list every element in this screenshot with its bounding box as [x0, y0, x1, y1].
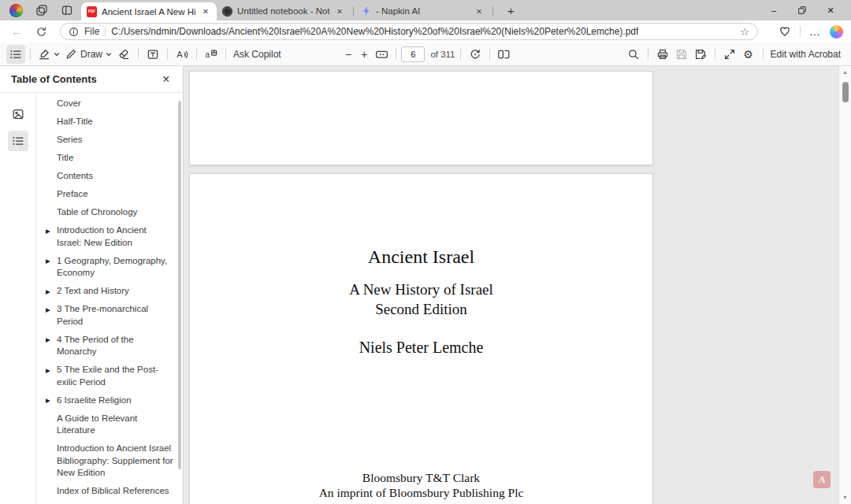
document-author: Niels Peter Lemche — [190, 339, 652, 357]
expand-arrow-icon[interactable]: ▶ — [46, 285, 57, 298]
pen-icon — [65, 48, 77, 61]
add-text-button[interactable] — [143, 45, 162, 64]
minimize-button[interactable]: – — [760, 1, 788, 20]
toc-list-icon — [12, 135, 24, 147]
toolbar-separator — [460, 48, 461, 60]
toc-item[interactable]: ▶ Introduction to Ancient Israel: New Ed… — [46, 224, 173, 249]
toc-item[interactable]: Introduction to Ancient Israel Bibliogra… — [46, 443, 173, 480]
expand-arrow-icon[interactable] — [46, 206, 57, 219]
expand-arrow-icon[interactable] — [46, 170, 57, 183]
copilot-icon[interactable] — [830, 25, 843, 39]
toc-item[interactable]: ▶ 5 The Exile and the Post-exilic Period — [46, 364, 173, 388]
expand-arrow-icon[interactable] — [46, 485, 57, 498]
rotate-icon — [469, 48, 481, 61]
toolbar-separator — [648, 48, 648, 60]
expand-arrow-icon[interactable] — [46, 116, 57, 128]
toc-item[interactable]: ▶ 3 The Pre-monarchical Period — [46, 303, 173, 328]
toc-item[interactable]: Contents — [46, 170, 173, 183]
print-button[interactable] — [653, 45, 672, 64]
toc-item-label: Half-Title — [57, 116, 173, 128]
table-of-contents-button[interactable] — [6, 45, 25, 64]
toc-item[interactable]: Preface — [46, 188, 173, 201]
back-icon[interactable]: ← — [11, 25, 22, 38]
expand-arrow-icon[interactable]: ▶ — [46, 255, 57, 280]
scroll-down-icon[interactable]: ▼ — [839, 495, 851, 500]
ask-copilot-button[interactable]: Ask Copilot — [231, 45, 284, 64]
toc-item[interactable]: Half-Title — [46, 116, 173, 128]
address-bar[interactable]: File C:/Users/ndmin/Downloads/Ancient%20… — [60, 23, 758, 40]
page-view-button[interactable] — [495, 45, 514, 64]
tab-notebooklm[interactable]: Untitled notebook - NotebookLM ✕ — [217, 3, 351, 19]
expand-arrow-icon[interactable] — [46, 413, 57, 437]
expand-arrow-icon[interactable]: ▶ — [46, 395, 57, 407]
scrollbar-thumb[interactable] — [842, 82, 849, 102]
toc-item[interactable]: A Guide to Relevant Literature — [46, 413, 173, 437]
translate-button[interactable]: a — [202, 45, 221, 64]
highlight-button[interactable] — [35, 45, 62, 64]
close-sidebar-icon[interactable]: ✕ — [159, 72, 173, 87]
save-as-button[interactable] — [691, 45, 710, 64]
settings-menu-icon[interactable]: … — [809, 25, 821, 38]
close-tab-icon[interactable]: ✕ — [474, 6, 485, 17]
toc-item-label: Preface — [57, 188, 173, 201]
expand-arrow-icon[interactable] — [46, 134, 57, 146]
toc-item[interactable]: ▶ 2 Text and History — [46, 285, 173, 298]
favorites-star-icon[interactable]: ☆ — [740, 26, 749, 38]
page-number-input[interactable] — [401, 46, 425, 62]
sidebar-scrollbar[interactable] — [178, 101, 181, 469]
expand-arrow-icon[interactable]: ▶ — [46, 224, 57, 249]
toc-item-label: Cover — [57, 98, 173, 110]
new-tab-button[interactable]: + — [504, 4, 518, 17]
tab-pdf-ancient-israel[interactable]: PDF Ancient Israel A New History of Is ✕ — [81, 2, 217, 20]
close-tab-icon[interactable]: ✕ — [200, 6, 211, 17]
zoom-out-button[interactable]: − — [340, 48, 356, 61]
save-button[interactable] — [672, 45, 691, 64]
toc-item[interactable]: ▶ 6 Israelite Religion — [46, 395, 173, 407]
zoom-in-button[interactable]: + — [356, 48, 372, 61]
restore-button[interactable] — [788, 1, 816, 20]
expand-arrow-icon[interactable]: ▶ — [46, 334, 57, 358]
tab-napkin-ai[interactable]: - Napkin AI ✕ — [356, 3, 490, 19]
toolbar-separator — [225, 48, 226, 60]
fit-to-width-button[interactable] — [372, 45, 391, 64]
profile-avatar[interactable] — [9, 4, 23, 17]
refresh-icon[interactable] — [35, 26, 47, 38]
expand-arrow-icon[interactable]: ▶ — [46, 364, 57, 388]
search-button[interactable] — [624, 45, 643, 64]
toc-item[interactable]: Title — [46, 152, 173, 165]
gear-icon: ⚙ — [743, 48, 753, 61]
toc-item[interactable]: Cover — [46, 98, 173, 110]
thumbnails-view-button[interactable] — [8, 104, 28, 124]
toc-item[interactable]: ▶ 4 The Period of the Monarchy — [46, 334, 173, 358]
workspaces-icon[interactable] — [35, 4, 48, 17]
expand-arrow-icon[interactable] — [46, 188, 57, 201]
toc-item-label: 4 The Period of the Monarchy — [57, 334, 173, 358]
tab-actions-icon[interactable] — [61, 4, 73, 17]
scroll-up-icon[interactable]: ▲ — [839, 69, 851, 75]
expand-arrow-icon[interactable] — [46, 152, 57, 165]
toc-item[interactable]: ▶ 1 Geography, Demography, Economy — [46, 255, 173, 280]
read-aloud-button[interactable]: A — [173, 45, 191, 64]
subtitle-line2: Second Edition — [190, 299, 652, 319]
url-text[interactable]: C:/Users/ndmin/Downloads/Ancient%20Israe… — [111, 26, 638, 37]
toc-view-button[interactable] — [8, 131, 28, 151]
expand-arrow-icon[interactable]: ▶ — [46, 303, 57, 328]
toc-item[interactable]: Series — [46, 134, 173, 146]
close-window-button[interactable]: ✕ — [816, 1, 845, 20]
page-info-icon[interactable] — [69, 27, 79, 37]
erase-button[interactable] — [114, 45, 133, 64]
rotate-button[interactable] — [466, 45, 485, 64]
draw-button[interactable]: Draw — [62, 45, 114, 64]
fullscreen-button[interactable] — [720, 45, 739, 64]
expand-arrow-icon[interactable] — [46, 443, 57, 480]
toc-item[interactable]: Table of Chronology — [46, 206, 173, 219]
toc-item[interactable]: Index of Biblical References — [46, 485, 173, 498]
close-tab-icon[interactable]: ✕ — [334, 6, 345, 17]
expand-arrow-icon[interactable] — [46, 98, 57, 110]
toolbar-separator — [715, 48, 715, 60]
vertical-scrollbar[interactable]: ▲ ▼ — [838, 66, 851, 504]
pdf-settings-button[interactable]: ⚙ — [739, 45, 758, 64]
acrobat-floating-button[interactable]: A — [813, 471, 831, 488]
browser-essentials-icon[interactable] — [779, 25, 791, 38]
edit-with-acrobat-button[interactable]: Edit with Acrobat — [768, 45, 843, 64]
